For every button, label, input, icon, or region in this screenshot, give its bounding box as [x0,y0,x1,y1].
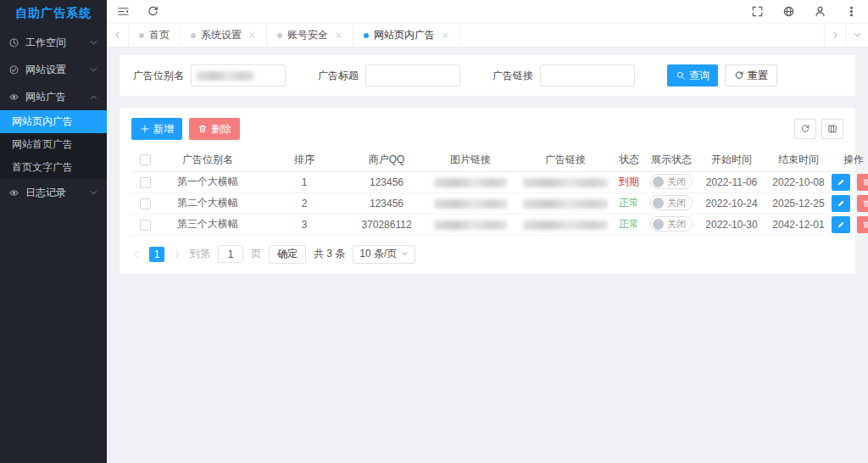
sidebar-subitem[interactable]: 网站页内广告 [0,110,107,133]
chevron-down-icon [89,188,98,198]
column-header: 状态 [611,148,647,171]
sidebar-collapse-icon[interactable] [117,5,130,18]
tab-status-dot [139,33,144,38]
edit-row-button[interactable] [832,195,850,212]
filter-field-input[interactable] [191,64,286,86]
log-eye-icon [8,187,19,198]
filter-field-input[interactable] [365,64,460,86]
redacted-value [197,71,254,81]
tab[interactable]: 网站页内广告 [353,24,460,47]
delete-row-button[interactable] [857,216,868,233]
language-globe-icon[interactable] [782,5,795,18]
tab[interactable]: 系统设置 [181,24,267,47]
sidebar-subitem[interactable]: 首页文字广告 [0,156,107,179]
cell-end-date: 2022-10-08 [767,171,830,192]
sidebar-item-label: 网站广告 [25,90,66,104]
workspace-clock-icon [8,37,19,48]
tab-close-icon[interactable] [335,31,342,39]
filter-field: 广告位别名 [133,64,286,86]
tab-close-icon[interactable] [248,31,256,39]
chevron-up-icon [89,92,98,102]
tabs-scroll-right-icon[interactable] [824,24,846,47]
table-body: 第一个大横幅 1 123456 到期 关闭 2022-11-06 2022-10… [131,171,868,235]
cell-image-link [421,192,520,214]
cell-image-link [421,214,520,235]
sidebar-item-label: 工作空间 [25,36,66,50]
page-number-button[interactable]: 1 [149,247,164,262]
cell-qq: 370286112 [352,214,421,235]
tabs-scroll-left-icon[interactable] [107,24,129,47]
display-state-toggle[interactable]: 关闭 [650,216,693,232]
next-page-icon[interactable] [172,249,182,259]
user-profile-icon[interactable] [814,5,826,18]
filter-field-label: 广告标题 [318,69,359,83]
toggle-label: 关闭 [667,197,686,209]
cell-start-date: 2022-11-06 [696,171,767,192]
tabs-dropdown-icon[interactable] [846,24,868,47]
sidebar-item[interactable]: 日志记录 [0,179,107,206]
filter-panel: 广告位别名 广告标题 广告链接 查询 重置 [119,54,856,97]
search-button[interactable]: 查询 [667,64,718,86]
header-checkbox-cell [131,148,159,171]
tab-label: 首页 [149,28,170,42]
column-header: 开始时间 [696,148,767,171]
sidebar-item[interactable]: 网站设置 [0,56,107,83]
main-area: 首页 系统设置 账号安全 网站页内广告 广告位别名 广告标题 广告链接 [107,0,868,463]
sidebar-submenu: 网站页内广告 网站首页广告 首页文字广告 [0,110,107,179]
toggle-knob [653,219,664,230]
page-refresh-icon[interactable] [147,5,159,18]
tabs-strip: 首页 系统设置 账号安全 网站页内广告 [129,24,460,47]
confirm-page-button[interactable]: 确定 [269,245,306,264]
row-checkbox[interactable] [140,220,151,231]
table-row: 第一个大横幅 1 123456 到期 关闭 2022-11-06 2022-10… [131,171,868,192]
edit-row-button[interactable] [832,216,850,233]
prev-page-icon[interactable] [131,249,142,259]
tab-label: 系统设置 [201,28,242,42]
chevron-down-icon [89,65,98,75]
sidebar-item[interactable]: 工作空间 [0,29,107,56]
toggle-label: 关闭 [667,176,686,188]
sidebar-subitem[interactable]: 网站首页广告 [0,133,107,156]
select-all-checkbox[interactable] [140,154,151,165]
row-checkbox[interactable] [140,198,151,209]
edit-row-button[interactable] [832,174,850,191]
delete-button-label: 删除 [211,122,231,137]
pencil-icon [837,178,845,187]
filter-field-input[interactable] [540,64,635,86]
display-state-toggle[interactable]: 关闭 [650,174,693,189]
app-title: 自助广告系统 [0,0,107,25]
sidebar-item[interactable]: 网站广告 [0,83,107,110]
page-size-select[interactable]: 10 条/页 [353,245,415,264]
add-button-label: 新增 [153,122,174,137]
add-button[interactable]: 新增 [131,118,182,140]
reset-button[interactable]: 重置 [725,64,777,86]
toggle-knob [653,176,664,187]
toggle-label: 关闭 [667,218,686,231]
chevron-down-icon [89,38,98,47]
row-checkbox[interactable] [140,177,151,188]
delete-row-button[interactable] [857,174,868,191]
column-filter-button[interactable] [821,119,843,139]
tab[interactable]: 首页 [129,24,181,47]
delete-button[interactable]: 删除 [189,118,240,140]
table-row: 第三个大横幅 3 370286112 正常 关闭 2022-10-30 2042… [131,214,868,235]
display-state-toggle[interactable]: 关闭 [650,195,693,210]
goto-page-input[interactable] [218,245,243,263]
ads-eye-icon [8,92,19,103]
delete-row-button[interactable] [857,195,868,212]
table-tools [794,119,843,139]
tab-close-icon[interactable] [442,31,449,39]
column-header: 结束时间 [767,148,830,171]
tab-status-dot [277,33,282,38]
top-header [107,0,868,24]
content-area: 广告位别名 广告标题 广告链接 查询 重置 [107,47,868,463]
data-table: 广告位别名排序商户QQ图片链接广告链接状态展示状态开始时间结束时间操作 第一个大… [131,148,868,236]
cell-ad-link [520,214,611,235]
cell-end-date: 2042-12-01 [767,214,830,235]
tab[interactable]: 账号安全 [267,24,353,47]
fullscreen-icon[interactable] [751,5,764,18]
status-badge: 正常 [619,197,639,209]
table-refresh-button[interactable] [794,119,816,139]
reset-icon [734,70,744,81]
more-menu-icon[interactable] [845,5,858,18]
